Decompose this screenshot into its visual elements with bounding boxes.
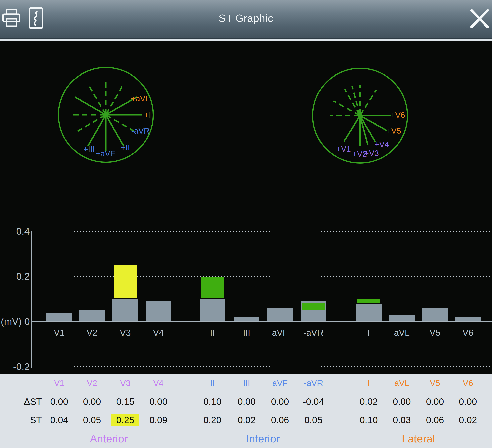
table-header-III: III [243, 378, 250, 388]
st-graphic-window: ST Graphic +aVL+I-aVR+II+aVF+III+V6+V5+V… [0, 0, 492, 448]
st-value-V4: 0.09 [149, 415, 167, 426]
chart-lead-label-V2: V2 [87, 328, 97, 337]
st-value-V5: 0.06 [426, 415, 444, 426]
table-header-V5: V5 [430, 378, 440, 388]
st-value--aVR: 0.05 [304, 415, 323, 426]
bar-aVF [267, 308, 293, 322]
y-tick-0: (mV) 0 [1, 316, 30, 327]
bar-III [234, 317, 259, 322]
chart-lead-label-V6: V6 [462, 328, 473, 337]
axis-label-+V4: +V4 [375, 140, 389, 149]
delta-st-value-aVF: 0.00 [271, 396, 289, 407]
spoke-chest--120 [345, 89, 360, 115]
st-value-V1: 0.04 [50, 415, 68, 426]
chart-lead-label-I: I [368, 328, 370, 337]
chart-lead-label-V3: V3 [120, 328, 131, 337]
st-value-aVF: 0.06 [271, 415, 289, 426]
delta-st-value-V4: 0.00 [149, 396, 167, 407]
bar-overlay--aVR [302, 303, 325, 310]
chart-lead-label-aVF: aVF [272, 328, 288, 337]
axis-label--aVR: -aVR [131, 126, 149, 135]
table-header-II: II [210, 378, 215, 388]
chart-lead-label-II: II [210, 328, 215, 337]
group-label-Inferior: Inferior [246, 432, 280, 445]
spoke-chest--151 [333, 101, 359, 115]
y-tick--0.2: -0.2 [13, 361, 30, 372]
axis-hub-limb [104, 113, 108, 117]
axis-label-+aVL: +aVL [131, 94, 150, 103]
table-header-V6: V6 [463, 378, 473, 388]
window-title: ST Graphic [0, 0, 492, 38]
delta-st-value-V3: 0.15 [116, 396, 134, 407]
y-tick-0.2: 0.2 [16, 271, 30, 282]
y-tick-0.4: 0.4 [16, 226, 30, 236]
spoke-chest-+V3 [360, 116, 368, 145]
spoke-chest--105 [352, 86, 360, 115]
bar-I [356, 304, 381, 322]
group-label-Anterior: Anterior [90, 432, 128, 445]
chart-lead-label-aVL: aVL [394, 328, 410, 337]
delta-st-value-I: 0.02 [360, 396, 378, 407]
row-label-delta-st: ΔST [0, 396, 42, 407]
chart-lead-label-V4: V4 [153, 328, 164, 337]
chart-lead-label-III: III [243, 328, 250, 337]
axis-label-+II: +II [121, 143, 130, 152]
header-separator [0, 39, 492, 41]
delta-st-value-V6: 0.00 [459, 396, 477, 407]
bar-V3 [113, 299, 138, 322]
chart-lead-label-V1: V1 [54, 328, 65, 337]
lead-axis-diagram-chest: +V6+V5+V4+V3+V2+V1 [313, 68, 408, 163]
st-value-V3: 0.25 [116, 415, 134, 426]
close-button[interactable] [469, 8, 490, 30]
delta-st-value--aVR: -0.04 [303, 396, 324, 407]
spoke-chest--58 [360, 90, 376, 115]
bar-V2 [79, 310, 105, 322]
close-icon [469, 8, 490, 30]
table-header-V3: V3 [120, 378, 130, 388]
chart-lead-label--aVR: -aVR [303, 328, 324, 337]
chart-lead-label-V5: V5 [430, 328, 441, 337]
st-value-I: 0.10 [360, 415, 378, 426]
delta-st-value-V2: 0.00 [83, 396, 101, 407]
st-value-V2: 0.05 [83, 415, 101, 426]
table-header-V2: V2 [87, 378, 97, 388]
bar-V5 [422, 308, 448, 322]
bar-overlay-V3 [114, 265, 137, 298]
st-values-table: ΔSTSTV10.000.04V20.000.05V30.150.25V40.0… [0, 374, 492, 448]
lead-axis-diagram-limb: +aVL+I-aVR+II+aVF+III [58, 68, 153, 162]
table-header-aVF: aVF [272, 378, 287, 388]
bar-II [200, 299, 225, 322]
group-label-Lateral: Lateral [402, 432, 435, 445]
row-label-st: ST [0, 415, 42, 426]
axis-label-+V1: +V1 [336, 144, 351, 153]
axis-label-+I: +I [144, 111, 151, 120]
table-header-V1: V1 [54, 378, 64, 388]
delta-st-value-V5: 0.00 [426, 396, 444, 407]
bar-aVL [389, 315, 415, 322]
bar-overlay-I [357, 299, 380, 303]
axis-label-+V6: +V6 [390, 111, 405, 120]
delta-st-value-II: 0.10 [204, 396, 222, 407]
delta-st-value-aVL: 0.00 [393, 396, 411, 407]
st-graphic-canvas: +aVL+I-aVR+II+aVF+III+V6+V5+V4+V3+V2+V10… [0, 41, 492, 374]
delta-st-value-V1: 0.00 [50, 396, 68, 407]
table-header--aVR: -aVR [304, 378, 323, 388]
delta-st-value-III: 0.00 [237, 396, 256, 407]
table-header-aVL: aVL [394, 378, 410, 388]
st-value-II: 0.20 [204, 415, 222, 426]
axis-hub-chest [358, 114, 362, 118]
st-value-V6: 0.02 [459, 415, 477, 426]
st-value-III: 0.02 [237, 415, 256, 426]
spoke-chest-+V1 [344, 116, 359, 142]
bar-overlay-II [201, 276, 224, 298]
axis-label-+aVF: +aVF [96, 149, 115, 158]
chart-area: +aVL+I-aVR+II+aVF+III+V6+V5+V4+V3+V2+V10… [0, 41, 492, 374]
axis-label-+III: +III [83, 145, 95, 154]
table-header-I: I [368, 378, 370, 388]
bar-V4 [146, 301, 171, 322]
bar-V6 [455, 317, 481, 322]
axis-label-+V5: +V5 [387, 126, 401, 135]
bar-V1 [46, 313, 72, 322]
table-header-V4: V4 [153, 378, 164, 388]
title-bar: ST Graphic [0, 0, 492, 39]
